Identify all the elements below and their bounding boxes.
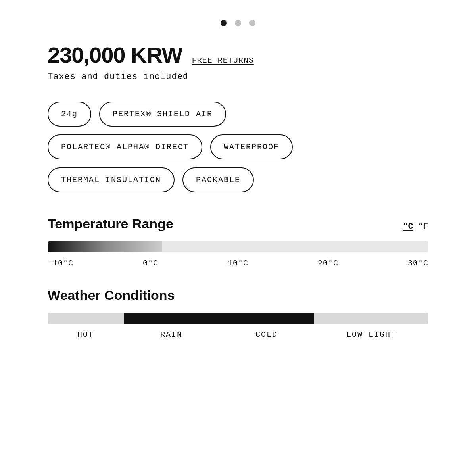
weather-title: Weather Conditions <box>48 288 175 303</box>
feature-tag-packable[interactable]: PACKABLE <box>182 167 254 192</box>
feature-tag-polartec[interactable]: POLARTEC® ALPHA® DIRECT <box>48 134 202 159</box>
unit-toggle: °C °F <box>403 222 428 232</box>
temperature-gradient <box>48 241 162 252</box>
price-amount: 230,000 KRW <box>48 42 182 68</box>
temperature-title: Temperature Range <box>48 216 173 232</box>
pagination-dot-2[interactable] <box>235 20 241 26</box>
feature-tag-thermal[interactable]: THERMAL INSULATION <box>48 167 175 192</box>
temp-label-0: 0°C <box>143 259 158 268</box>
price-line: 230,000 KRW FREE RETURNS <box>48 42 428 68</box>
pagination-dots <box>48 16 428 26</box>
weather-label-lowlight: LOW LIGHT <box>314 330 428 339</box>
feature-tag-waterproof[interactable]: WATERPROOF <box>210 134 293 159</box>
weather-header: Weather Conditions <box>48 288 428 303</box>
temp-label-10: 10°C <box>228 259 248 268</box>
weather-label-cold: COLD <box>219 330 314 339</box>
weather-labels: HOT RAIN COLD LOW LIGHT <box>48 330 428 339</box>
fahrenheit-button[interactable]: °F <box>418 222 428 232</box>
price-section: 230,000 KRW FREE RETURNS Taxes and dutie… <box>48 42 428 82</box>
taxes-line: Taxes and duties included <box>48 72 428 82</box>
features-section: 24g PERTEX® SHIELD AIR POLARTEC® ALPHA® … <box>48 102 428 192</box>
temperature-labels: -10°C 0°C 10°C 20°C 30°C <box>48 259 428 268</box>
pagination-dot-3[interactable] <box>249 20 255 26</box>
celsius-button[interactable]: °C <box>403 222 413 232</box>
feature-tag-weight[interactable]: 24g <box>48 102 91 127</box>
weather-segment-cold <box>219 313 314 324</box>
temp-label-20: 20°C <box>318 259 338 268</box>
weather-bar <box>48 313 428 324</box>
temperature-bar <box>48 241 428 252</box>
temperature-section: Temperature Range °C °F -10°C 0°C 10°C 2… <box>48 216 428 268</box>
features-row-3: THERMAL INSULATION PACKABLE <box>48 167 428 192</box>
features-row-2: POLARTEC® ALPHA® DIRECT WATERPROOF <box>48 134 428 159</box>
temperature-header: Temperature Range °C °F <box>48 216 428 232</box>
weather-segment-lowlight <box>314 313 428 324</box>
feature-tag-pertex[interactable]: PERTEX® SHIELD AIR <box>99 102 226 127</box>
weather-label-rain: RAIN <box>124 330 219 339</box>
temp-label-minus10: -10°C <box>48 259 73 268</box>
free-returns-label[interactable]: FREE RETURNS <box>192 56 254 65</box>
weather-section: Weather Conditions HOT RAIN COLD LOW LIG… <box>48 288 428 339</box>
weather-label-hot: HOT <box>48 330 124 339</box>
features-row-1: 24g PERTEX® SHIELD AIR <box>48 102 428 127</box>
weather-segment-rain <box>124 313 219 324</box>
page-container: 230,000 KRW FREE RETURNS Taxes and dutie… <box>24 0 452 371</box>
pagination-dot-1[interactable] <box>221 20 227 26</box>
weather-segment-hot <box>48 313 124 324</box>
temp-label-30: 30°C <box>408 259 428 268</box>
